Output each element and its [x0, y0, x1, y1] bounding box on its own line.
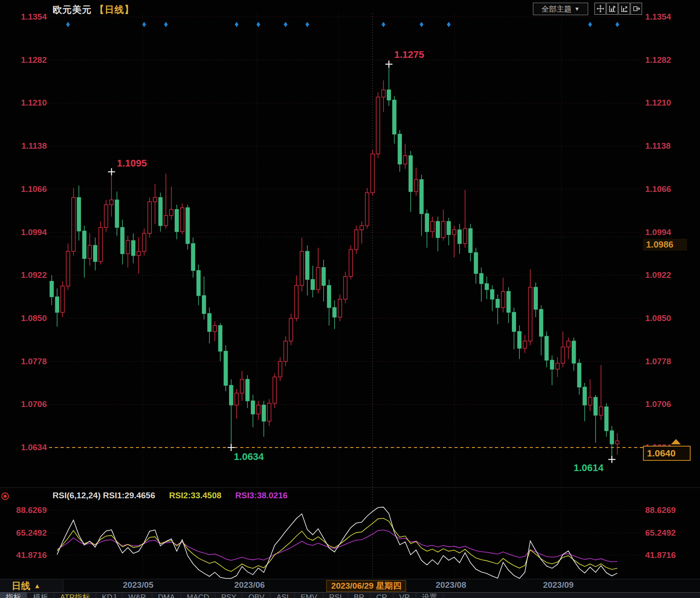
indicator-tab-模板[interactable]: 模板	[27, 593, 54, 598]
annotations-layer: 1.10951.12751.06341.0614	[108, 49, 615, 473]
indicator-tab-RSI[interactable]: RSI	[323, 593, 348, 598]
last-price-tag: 1.0640	[643, 446, 691, 461]
time-axis-label: 2023/05	[123, 580, 154, 590]
crosshair-price-tag: 1.0986	[643, 239, 687, 251]
rsi-axis-label: 65.2492	[2, 528, 47, 538]
period-selector[interactable]: 日线 ▲	[0, 579, 63, 592]
indicator-tab-设置[interactable]: 设置	[416, 593, 443, 598]
chart-application: 1.10951.12751.06341.0614 欧元美元 【日线】 全部主题 …	[0, 0, 700, 598]
price-annotation: 1.0634	[234, 451, 264, 462]
price-axis-label: 1.1138	[2, 141, 47, 151]
price-axis-label: 1.0778	[2, 357, 47, 366]
price-annotation: 1.0614	[573, 462, 604, 473]
rsi-title-and-rsi1: RSI(6,12,24) RSI1:29.4656	[53, 491, 155, 500]
price-axis-label: 1.1282	[2, 55, 47, 65]
indicator-tab-MACD[interactable]: MACD	[181, 593, 215, 598]
indicator-tab-bar: 指标模板ATR指标KDJW&RDMAMACDPSYOBVASIEMVRSIBRC…	[0, 592, 700, 598]
indicator-tab-OBV[interactable]: OBV	[242, 593, 270, 598]
indicator-tab-DMA[interactable]: DMA	[152, 593, 181, 598]
rsi-lines-layer	[57, 507, 617, 578]
last-price-value: 1.0640	[647, 448, 675, 459]
price-axis-label: 1.0922	[2, 270, 47, 280]
price-axis-label: 1.1138	[645, 141, 671, 151]
cross-marker-icon	[228, 444, 235, 451]
popout-panel-button[interactable]	[630, 3, 642, 15]
time-axis-label: 2023/09	[543, 580, 574, 590]
price-axis-label: 1.0850	[2, 313, 47, 323]
rsi-axis-label: 88.6269	[2, 505, 47, 515]
price-annotation: 1.1095	[117, 158, 147, 169]
chart-compress-icon	[609, 5, 616, 12]
zoom-out-range-button[interactable]	[606, 3, 618, 15]
candlestick-chart[interactable]: 1.10951.12751.06341.0614	[0, 0, 700, 598]
pan-mode-button[interactable]	[594, 3, 606, 15]
price-axis-label: 1.0778	[645, 357, 671, 366]
rsi3-value: RSI3:38.0216	[235, 491, 287, 500]
indicator-tab-KDJ[interactable]: KDJ	[96, 593, 123, 598]
indicator-tab-VR[interactable]: VR	[393, 593, 416, 598]
price-axis-label: 1.1282	[645, 55, 671, 65]
price-axis-label: 1.1354	[645, 12, 671, 22]
price-axis-label: 1.0994	[645, 228, 671, 237]
rsi-axis-label: 41.8716	[2, 550, 47, 560]
chevron-down-icon: ▼	[574, 6, 580, 12]
price-axis-label: 1.0706	[645, 399, 671, 409]
move-cross-icon	[597, 5, 604, 12]
time-axis-label: 2023/06	[234, 580, 265, 590]
chart-title: 欧元美元 【日线】	[53, 4, 134, 16]
rsi-header: RSI(6,12,24) RSI1:29.4656 RSI2:33.4508 R…	[53, 491, 287, 500]
rsi-line-6	[57, 507, 617, 578]
zoom-in-range-button[interactable]	[618, 3, 630, 15]
price-axis-label: 1.0850	[645, 313, 671, 323]
price-axis-label: 1.0922	[645, 270, 671, 280]
triangle-up-icon: ▲	[34, 582, 41, 590]
theme-dropdown[interactable]: 全部主题 ▼	[533, 3, 588, 15]
cross-marker-icon	[608, 456, 615, 463]
cross-marker-icon	[385, 61, 393, 68]
theme-dropdown-label: 全部主题	[541, 4, 572, 14]
indicator-tab-指标[interactable]: 指标	[0, 593, 27, 598]
rsi-panel-marker-icon[interactable]	[1, 492, 9, 500]
rsi-axis-label: 65.2492	[645, 528, 676, 538]
price-axis-label: 1.1066	[645, 184, 671, 194]
cross-marker-icon	[108, 168, 115, 175]
price-axis-label: 1.1354	[2, 12, 47, 22]
indicator-tab-CR[interactable]: CR	[371, 593, 394, 598]
price-axis-label: 1.1210	[645, 98, 671, 108]
price-axis-label: 1.0706	[2, 399, 47, 409]
rsi-axis-label: 88.6269	[645, 505, 676, 515]
period-tag: 【日线】	[95, 4, 134, 15]
price-annotation: 1.1275	[394, 49, 424, 60]
price-up-arrow-icon	[671, 439, 681, 444]
indicator-tab-ASI[interactable]: ASI	[270, 593, 295, 598]
symbol-name: 欧元美元	[53, 4, 92, 15]
indicator-tab-PSY[interactable]: PSY	[215, 593, 242, 598]
candles-layer	[50, 64, 619, 460]
rsi2-value: RSI2:33.4508	[169, 491, 221, 500]
price-axis-label: 1.0994	[2, 228, 47, 237]
indicator-tab-EMV[interactable]: EMV	[295, 593, 323, 598]
rsi-axis-label: 41.8716	[645, 550, 676, 560]
price-axis-label: 1.1066	[2, 184, 47, 194]
price-axis-label: 1.1210	[2, 98, 47, 108]
indicator-tab-ATR指标[interactable]: ATR指标	[54, 593, 96, 598]
signal-markers-layer	[66, 22, 619, 27]
chart-expand-icon	[621, 5, 628, 12]
pop-out-icon	[633, 5, 640, 12]
rsi-line-12	[57, 518, 617, 571]
indicator-tab-W&R[interactable]: W&R	[123, 593, 152, 598]
indicator-tab-BR[interactable]: BR	[348, 593, 371, 598]
price-axis-label: 1.0634	[2, 443, 47, 452]
crosshair-price-value: 1.0986	[646, 240, 673, 250]
time-axis-label: 2023/08	[436, 580, 467, 590]
crosshair-date-tag: 2023/06/29 星期四	[326, 580, 406, 592]
period-label: 日线	[12, 580, 30, 592]
